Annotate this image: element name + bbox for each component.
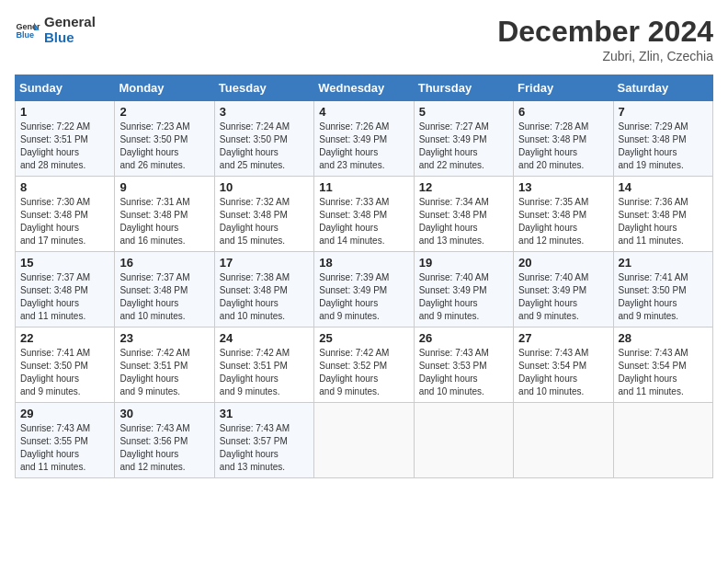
calendar-subtitle: Zubri, Zlin, Czechia (497, 49, 713, 63)
day-detail: Sunrise: 7:37 AMSunset: 3:48 PMDaylight … (119, 272, 189, 321)
calendar-cell: 14Sunrise: 7:36 AMSunset: 3:48 PMDayligh… (613, 177, 712, 252)
day-number: 25 (319, 331, 408, 345)
calendar-cell (613, 403, 712, 478)
day-detail: Sunrise: 7:37 AMSunset: 3:48 PMDaylight … (20, 272, 90, 321)
calendar-cell: 17Sunrise: 7:38 AMSunset: 3:48 PMDayligh… (214, 252, 313, 327)
calendar-cell: 22Sunrise: 7:41 AMSunset: 3:50 PMDayligh… (16, 327, 115, 403)
calendar-cell: 10Sunrise: 7:32 AMSunset: 3:48 PMDayligh… (214, 177, 313, 252)
logo-line2: Blue (44, 30, 96, 46)
day-detail: Sunrise: 7:39 AMSunset: 3:49 PMDaylight … (319, 272, 389, 321)
day-number: 12 (419, 180, 508, 194)
calendar-week-row: 8Sunrise: 7:30 AMSunset: 3:48 PMDaylight… (16, 177, 713, 252)
weekday-header: Sunday (16, 75, 115, 101)
day-number: 7 (619, 105, 708, 119)
calendar-cell: 24Sunrise: 7:42 AMSunset: 3:51 PMDayligh… (214, 327, 313, 403)
day-detail: Sunrise: 7:26 AMSunset: 3:49 PMDaylight … (319, 121, 389, 170)
weekday-header: Thursday (414, 75, 513, 101)
day-detail: Sunrise: 7:42 AMSunset: 3:51 PMDaylight … (220, 348, 290, 396)
day-detail: Sunrise: 7:36 AMSunset: 3:48 PMDaylight … (619, 197, 688, 246)
calendar-cell: 19Sunrise: 7:40 AMSunset: 3:49 PMDayligh… (414, 252, 513, 327)
calendar-cell: 16Sunrise: 7:37 AMSunset: 3:48 PMDayligh… (115, 252, 214, 327)
weekday-header: Tuesday (214, 75, 313, 101)
day-detail: Sunrise: 7:30 AMSunset: 3:48 PMDaylight … (20, 197, 90, 246)
day-detail: Sunrise: 7:35 AMSunset: 3:48 PMDaylight … (518, 197, 588, 246)
svg-text:Blue: Blue (16, 30, 34, 40)
day-number: 30 (119, 407, 209, 420)
day-number: 17 (220, 256, 309, 270)
day-detail: Sunrise: 7:22 AMSunset: 3:51 PMDaylight … (20, 121, 90, 170)
calendar-cell: 23Sunrise: 7:42 AMSunset: 3:51 PMDayligh… (115, 327, 214, 403)
day-detail: Sunrise: 7:31 AMSunset: 3:48 PMDaylight … (119, 197, 189, 246)
day-number: 10 (220, 180, 309, 194)
calendar-cell: 29Sunrise: 7:43 AMSunset: 3:55 PMDayligh… (16, 403, 115, 478)
day-detail: Sunrise: 7:38 AMSunset: 3:48 PMDaylight … (220, 272, 290, 321)
calendar-cell: 5Sunrise: 7:27 AMSunset: 3:49 PMDaylight… (414, 101, 513, 177)
calendar-cell (514, 403, 613, 478)
calendar-cell: 6Sunrise: 7:28 AMSunset: 3:48 PMDaylight… (514, 101, 613, 177)
logo-icon: General Blue (15, 17, 40, 43)
day-number: 3 (220, 105, 309, 119)
calendar-cell: 12Sunrise: 7:34 AMSunset: 3:48 PMDayligh… (414, 177, 513, 252)
calendar-cell: 20Sunrise: 7:40 AMSunset: 3:49 PMDayligh… (514, 252, 613, 327)
day-number: 6 (518, 105, 608, 119)
day-detail: Sunrise: 7:43 AMSunset: 3:54 PMDaylight … (619, 348, 688, 396)
day-number: 20 (518, 256, 608, 270)
day-detail: Sunrise: 7:42 AMSunset: 3:51 PMDaylight … (119, 348, 189, 396)
day-number: 31 (220, 407, 309, 420)
calendar-cell: 21Sunrise: 7:41 AMSunset: 3:50 PMDayligh… (613, 252, 712, 327)
day-number: 18 (319, 256, 408, 270)
calendar-week-row: 1Sunrise: 7:22 AMSunset: 3:51 PMDaylight… (16, 101, 713, 177)
day-number: 27 (518, 331, 608, 345)
calendar-cell (314, 403, 414, 478)
calendar-week-row: 22Sunrise: 7:41 AMSunset: 3:50 PMDayligh… (16, 327, 713, 403)
day-detail: Sunrise: 7:43 AMSunset: 3:57 PMDaylight … (220, 423, 290, 472)
calendar-cell: 15Sunrise: 7:37 AMSunset: 3:48 PMDayligh… (16, 252, 115, 327)
calendar-week-row: 15Sunrise: 7:37 AMSunset: 3:48 PMDayligh… (16, 252, 713, 327)
day-number: 8 (20, 180, 109, 194)
calendar-cell: 3Sunrise: 7:24 AMSunset: 3:50 PMDaylight… (214, 101, 313, 177)
weekday-header: Saturday (613, 75, 712, 101)
header: General Blue General Blue December 2024 … (15, 15, 713, 63)
day-number: 21 (619, 256, 708, 270)
logo-line1: General (44, 15, 96, 30)
weekday-header: Wednesday (314, 75, 414, 101)
day-detail: Sunrise: 7:33 AMSunset: 3:48 PMDaylight … (319, 197, 389, 246)
title-block: December 2024 Zubri, Zlin, Czechia (497, 15, 713, 63)
day-number: 26 (419, 331, 508, 345)
day-number: 13 (518, 180, 608, 194)
calendar-cell: 1Sunrise: 7:22 AMSunset: 3:51 PMDaylight… (16, 101, 115, 177)
calendar-cell: 26Sunrise: 7:43 AMSunset: 3:53 PMDayligh… (414, 327, 513, 403)
day-detail: Sunrise: 7:29 AMSunset: 3:48 PMDaylight … (619, 121, 688, 170)
day-detail: Sunrise: 7:41 AMSunset: 3:50 PMDaylight … (20, 348, 90, 396)
day-number: 4 (319, 105, 408, 119)
day-detail: Sunrise: 7:32 AMSunset: 3:48 PMDaylight … (220, 197, 290, 246)
day-number: 11 (319, 180, 408, 194)
day-number: 22 (20, 331, 109, 345)
calendar-cell (414, 403, 513, 478)
day-detail: Sunrise: 7:43 AMSunset: 3:56 PMDaylight … (119, 423, 189, 472)
day-detail: Sunrise: 7:24 AMSunset: 3:50 PMDaylight … (220, 121, 290, 170)
calendar-week-row: 29Sunrise: 7:43 AMSunset: 3:55 PMDayligh… (16, 403, 713, 478)
day-number: 2 (119, 105, 209, 119)
calendar-cell: 28Sunrise: 7:43 AMSunset: 3:54 PMDayligh… (613, 327, 712, 403)
day-detail: Sunrise: 7:43 AMSunset: 3:54 PMDaylight … (518, 348, 588, 396)
day-number: 14 (619, 180, 708, 194)
day-detail: Sunrise: 7:43 AMSunset: 3:55 PMDaylight … (20, 423, 90, 472)
calendar-cell: 27Sunrise: 7:43 AMSunset: 3:54 PMDayligh… (514, 327, 613, 403)
calendar-header-row: SundayMondayTuesdayWednesdayThursdayFrid… (16, 75, 713, 101)
day-number: 15 (20, 256, 109, 270)
day-detail: Sunrise: 7:42 AMSunset: 3:52 PMDaylight … (319, 348, 389, 396)
day-number: 19 (419, 256, 508, 270)
day-detail: Sunrise: 7:43 AMSunset: 3:53 PMDaylight … (419, 348, 489, 396)
calendar-title: December 2024 (497, 15, 713, 49)
day-detail: Sunrise: 7:40 AMSunset: 3:49 PMDaylight … (419, 272, 489, 321)
calendar-cell: 30Sunrise: 7:43 AMSunset: 3:56 PMDayligh… (115, 403, 214, 478)
calendar-body: 1Sunrise: 7:22 AMSunset: 3:51 PMDaylight… (16, 101, 713, 478)
weekday-header: Monday (115, 75, 214, 101)
day-number: 1 (20, 105, 109, 119)
calendar-cell: 31Sunrise: 7:43 AMSunset: 3:57 PMDayligh… (214, 403, 313, 478)
day-detail: Sunrise: 7:28 AMSunset: 3:48 PMDaylight … (518, 121, 588, 170)
calendar-cell: 13Sunrise: 7:35 AMSunset: 3:48 PMDayligh… (514, 177, 613, 252)
day-detail: Sunrise: 7:27 AMSunset: 3:49 PMDaylight … (419, 121, 489, 170)
calendar-cell: 11Sunrise: 7:33 AMSunset: 3:48 PMDayligh… (314, 177, 414, 252)
